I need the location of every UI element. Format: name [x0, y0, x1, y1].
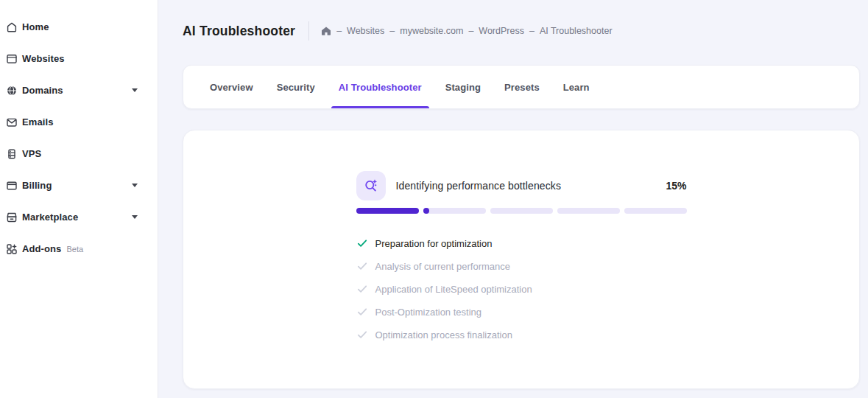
check-icon	[356, 283, 368, 295]
progress-segment-3-empty	[490, 208, 553, 214]
sidebar-item-label: Add-ons	[22, 243, 61, 254]
progress-segment-5-empty	[624, 208, 687, 214]
tab-overview[interactable]: Overview	[200, 66, 264, 108]
checklist-item-optimization-process-finalization: Optimization process finalization	[356, 327, 687, 342]
checklist-item-post-optimization-testing: Post-Optimization testing	[356, 304, 687, 319]
sidebar-item-websites[interactable]: Websites	[0, 43, 158, 74]
sidebar-item-label: Domains	[22, 85, 63, 96]
websites-icon	[6, 53, 18, 65]
stage-row: Identifying performance bottlenecks 15%	[356, 171, 687, 200]
breadcrumb-item[interactable]: AI Troubleshooter	[540, 26, 613, 36]
check-icon	[356, 329, 368, 341]
progress-segment-4-empty	[557, 208, 620, 214]
sidebar-item-vps[interactable]: VPS	[0, 138, 158, 170]
sidebar-nav: HomeWebsitesDomainsEmailsVPSBillingMarke…	[0, 11, 158, 265]
home-icon	[6, 21, 18, 33]
tab-learn[interactable]: Learn	[553, 66, 600, 108]
billing-icon	[6, 180, 18, 192]
sidebar-item-label: Websites	[22, 53, 65, 64]
check-icon	[356, 237, 368, 249]
checklist-item-analysis-of-current-performance: Analysis of current performance	[356, 259, 687, 273]
optimization-checklist: Preparation for optimizationAnalysis of …	[356, 236, 687, 342]
ai-magnifier-icon	[356, 171, 386, 200]
chevron-down-icon[interactable]	[132, 88, 138, 92]
sidebar-item-label: Home	[22, 21, 49, 32]
tab-bar: OverviewSecurityAI TroubleshooterStaging…	[183, 65, 860, 109]
page-header: AI Troubleshooter –Websites–mywebsite.co…	[183, 20, 860, 42]
sidebar-item-label: Marketplace	[22, 212, 78, 223]
sidebar-item-marketplace[interactable]: Marketplace	[0, 201, 158, 233]
beta-badge: Beta	[66, 245, 83, 254]
checklist-item-label: Analysis of current performance	[375, 261, 511, 272]
marketplace-icon	[6, 212, 18, 223]
sidebar-item-label: Billing	[22, 180, 52, 191]
main-area: AI Troubleshooter –Websites–mywebsite.co…	[158, 0, 868, 398]
chevron-down-icon[interactable]	[132, 184, 138, 187]
checklist-item-label: Post-Optimization testing	[375, 307, 482, 318]
checklist-item-application-of-litespeed-optimization: Application of LiteSpeed optimization	[356, 282, 687, 296]
tab-security[interactable]: Security	[267, 66, 325, 108]
chevron-down-icon[interactable]	[132, 215, 138, 219]
sidebar: HomeWebsitesDomainsEmailsVPSBillingMarke…	[0, 0, 158, 398]
sidebar-item-home[interactable]: Home	[0, 11, 158, 43]
breadcrumb-item[interactable]: WordPress	[479, 26, 524, 36]
sidebar-item-billing[interactable]: Billing	[0, 170, 158, 201]
breadcrumb-separator: –	[529, 26, 534, 36]
breadcrumb-item[interactable]: mywebsite.com	[400, 26, 463, 36]
vps-icon	[6, 148, 18, 160]
progress-segment-1-filled	[356, 208, 419, 214]
stage-label: Identifying performance bottlenecks	[396, 180, 562, 192]
addons-icon	[6, 243, 18, 255]
tab-staging[interactable]: Staging	[435, 66, 491, 108]
progress-percent: 15%	[666, 180, 686, 192]
check-icon	[356, 306, 368, 318]
breadcrumb-item[interactable]: Websites	[347, 26, 384, 36]
emails-icon	[6, 116, 18, 128]
breadcrumb-home-icon[interactable]	[321, 26, 331, 36]
sidebar-item-domains[interactable]: Domains	[0, 74, 158, 106]
sidebar-item-label: VPS	[22, 148, 41, 159]
tab-ai-troubleshooter[interactable]: AI Troubleshooter	[328, 66, 432, 108]
app: HomeWebsitesDomainsEmailsVPSBillingMarke…	[0, 0, 868, 398]
breadcrumb: –Websites–mywebsite.com–WordPress–AI Tro…	[321, 26, 612, 36]
domains-icon	[6, 85, 18, 97]
breadcrumb-separator: –	[336, 26, 342, 36]
sidebar-item-emails[interactable]: Emails	[0, 106, 158, 138]
sidebar-item-label: Emails	[22, 116, 54, 128]
tab-presets[interactable]: Presets	[494, 66, 550, 108]
checklist-item-label: Optimization process finalization	[375, 329, 512, 341]
troubleshooter-card: Identifying performance bottlenecks 15% …	[183, 130, 860, 389]
progress-bar	[356, 208, 687, 214]
breadcrumb-separator: –	[468, 26, 473, 36]
checklist-item-label: Application of LiteSpeed optimization	[375, 284, 532, 295]
progress-segment-2-current	[423, 208, 486, 214]
header-divider	[308, 21, 309, 41]
checklist-item-label: Preparation for optimization	[375, 238, 493, 249]
checklist-item-preparation-for-optimization: Preparation for optimization	[356, 236, 687, 251]
troubleshooter-content: Identifying performance bottlenecks 15% …	[356, 171, 687, 388]
sidebar-item-add-ons[interactable]: Add-onsBeta	[0, 233, 158, 265]
check-icon	[356, 260, 368, 272]
page-title: AI Troubleshooter	[183, 24, 295, 39]
breadcrumb-separator: –	[389, 26, 395, 36]
